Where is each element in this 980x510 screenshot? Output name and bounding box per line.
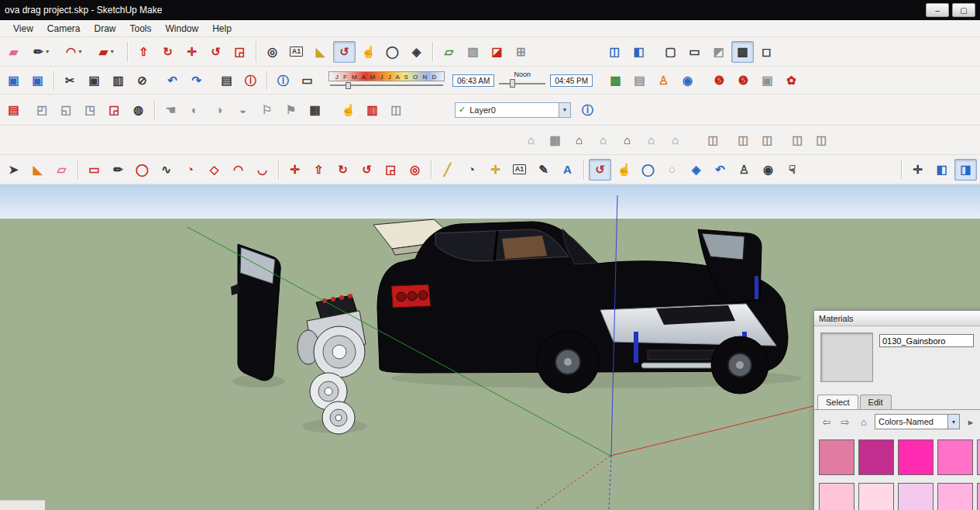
toggle-terrain-button[interactable]: ▤ <box>628 70 651 91</box>
styles-doc-button[interactable]: ◫ <box>385 99 407 121</box>
color-swatch[interactable] <box>858 483 894 510</box>
rectangle-tool[interactable]: ▰▼ <box>91 41 122 63</box>
monochrome-style-button[interactable]: ◻ <box>755 41 778 63</box>
share-model-button[interactable]: ◰ <box>31 99 53 121</box>
shadow-time-end[interactable]: 04:45 PM <box>550 74 593 87</box>
generate-report-button[interactable]: ▣ <box>756 70 779 91</box>
paint-bucket-tool[interactable]: ◣ <box>309 41 332 63</box>
color-swatch[interactable] <box>977 483 980 510</box>
three-d-text-tool[interactable]: A <box>556 159 579 181</box>
color-swatch[interactable] <box>898 439 934 475</box>
move-tool[interactable]: ✛ <box>181 41 203 63</box>
layers-dropdown[interactable]: ✓Layer0▼ <box>455 102 571 118</box>
zoom-tool[interactable]: ◯ <box>381 41 404 63</box>
shape-tool-partial[interactable]: ▰ <box>2 41 25 63</box>
attributes-box-button[interactable]: ▦ <box>304 99 326 121</box>
time-slider-handle[interactable] <box>510 79 515 88</box>
in-model-button[interactable]: ⌂ <box>856 414 872 429</box>
orbit-tool[interactable]: ↺ <box>333 41 356 63</box>
tab-select[interactable]: Select <box>817 395 858 409</box>
text-tool[interactable]: ✎ <box>532 159 555 181</box>
axes-tool[interactable]: ✛ <box>484 159 507 181</box>
paint-bucket-tool-2[interactable]: ◣ <box>26 159 49 181</box>
zoom-extents-tool-2[interactable]: ◈ <box>685 159 707 181</box>
shaded-textures-style-button[interactable]: ▩ <box>731 41 754 63</box>
surface-icon-2[interactable]: ◫ <box>732 129 755 151</box>
look-around-tool[interactable]: ◉ <box>757 159 779 181</box>
share-component-button[interactable]: ◱ <box>55 99 77 121</box>
scale-tool-2[interactable]: ◲ <box>380 159 402 181</box>
select-tool-partial[interactable]: ➤ <box>2 159 25 181</box>
dimension-tool[interactable]: A1 <box>285 41 308 63</box>
color-swatch[interactable] <box>977 439 980 475</box>
menu-draw[interactable]: Draw <box>87 20 122 36</box>
dropdown-arrow-icon[interactable]: ▼ <box>77 49 83 54</box>
cut-button[interactable]: ✂ <box>59 70 81 91</box>
date-slider-handle[interactable] <box>346 82 351 89</box>
freehand-tool[interactable]: ∿ <box>155 159 177 181</box>
dimension-tool-2[interactable]: A1 <box>508 159 531 181</box>
extension-warehouse-button[interactable]: ✿ <box>780 70 803 91</box>
rotate-tool-2[interactable]: ↻ <box>332 159 354 181</box>
rectangle-tool-2[interactable]: ▭ <box>83 159 105 181</box>
menu-help[interactable]: Help <box>205 20 239 36</box>
orbit-tool-2[interactable]: ↺ <box>589 159 611 181</box>
section-display-toggle[interactable]: ▨ <box>462 41 484 63</box>
pan-tool[interactable]: ☝ <box>357 41 380 63</box>
menu-tools[interactable]: Tools <box>123 20 159 36</box>
push-pull-tool[interactable]: ⇧ <box>132 41 155 63</box>
surface-icon-4[interactable]: ◫ <box>786 129 809 151</box>
circle-tool[interactable]: ◯ <box>131 159 153 181</box>
doc-button-partial[interactable]: ▤ <box>2 99 25 121</box>
page-button[interactable]: ▭ <box>296 70 318 91</box>
building-icon-5[interactable]: ⌂ <box>616 129 638 151</box>
material-name-input[interactable] <box>879 334 974 347</box>
offset-tool[interactable]: ◎ <box>404 159 426 181</box>
section-plane-tool[interactable]: ▱ <box>438 41 460 63</box>
follow-me-tool-2[interactable]: ↺ <box>356 159 378 181</box>
warehouse-dark-button[interactable]: ◍ <box>127 99 150 121</box>
undo-button[interactable]: ↶ <box>161 70 184 91</box>
hand-tool[interactable]: ☝ <box>337 99 359 121</box>
zoom-extents-tool[interactable]: ◈ <box>405 41 428 63</box>
zoom-tool-2[interactable]: ◯ <box>637 159 659 181</box>
minimize-button[interactable]: – <box>926 3 949 17</box>
preview-google-earth-button[interactable]: ◉ <box>676 70 699 91</box>
style-builder-button[interactable]: ❺ <box>732 70 755 91</box>
zoom-window-tool[interactable]: ◌ <box>661 159 683 181</box>
detail-button[interactable]: ▸ <box>963 414 978 429</box>
shadow-time-slider[interactable]: Noon <box>497 71 547 91</box>
add-location-button[interactable]: ▩ <box>604 70 627 91</box>
get-models-button[interactable]: ◳ <box>79 99 101 121</box>
menu-view[interactable]: View <box>6 20 40 36</box>
shadow-date-strip[interactable]: J F M A M J J A S O N D <box>328 71 445 89</box>
layout-button[interactable]: ❺ <box>708 70 731 91</box>
building-icon-6[interactable]: ⌂ <box>640 129 662 151</box>
model-info-button[interactable]: ⓘ <box>239 70 262 91</box>
push-pull-tool-2[interactable]: ⇧ <box>308 159 330 181</box>
section-fill-toggle[interactable]: ⊞ <box>510 41 532 63</box>
building-icon-4[interactable]: ⌂ <box>592 129 614 151</box>
surface-icon-5[interactable]: ◫ <box>810 129 833 151</box>
component-options-button[interactable]: ◐ <box>184 99 206 121</box>
building-icon-1[interactable]: ⌂ <box>520 129 542 151</box>
building-icon-7[interactable]: ⌂ <box>664 129 686 151</box>
match-photo-button[interactable]: ▥ <box>361 99 383 121</box>
color-swatch[interactable] <box>819 483 854 510</box>
arc-tool-2[interactable]: ◠ <box>227 159 249 181</box>
section-cut-toggle[interactable]: ◪ <box>486 41 508 63</box>
tape-measure-tool[interactable]: ╱ <box>436 159 459 181</box>
materials-panel-header[interactable]: Materials <box>814 311 980 326</box>
follow-me-tool[interactable]: ↻ <box>156 41 179 63</box>
tab-edit[interactable]: Edit <box>860 395 892 409</box>
zoom-previous-tool[interactable]: ↶ <box>709 159 731 181</box>
xray-style-button[interactable]: ◫ <box>603 41 626 63</box>
forward-button[interactable]: ⇨ <box>837 414 853 429</box>
photo-textures-button[interactable]: ♙ <box>652 70 675 91</box>
two-point-arc-tool[interactable]: ◡ <box>251 159 273 181</box>
dropdown-arrow-icon[interactable]: ▼ <box>45 49 50 54</box>
move-tool-2[interactable]: ✛ <box>284 159 306 181</box>
walk-tool[interactable]: ☟ <box>781 159 803 181</box>
arc-tool[interactable]: ◠▼ <box>59 41 90 63</box>
back-button[interactable]: ⇦ <box>819 414 834 429</box>
